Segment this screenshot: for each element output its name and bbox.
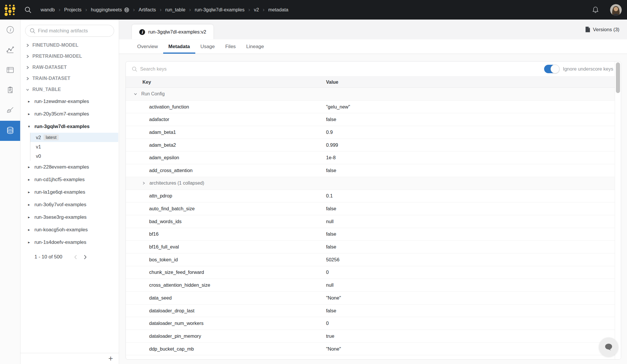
artifact-run-item[interactable]: ▸ run-3o6y7vof-examples bbox=[20, 198, 119, 211]
chat-support-button[interactable] bbox=[599, 337, 618, 357]
metadata-key: dataloader_pin_memory bbox=[126, 333, 326, 339]
section-label: architectures (1 collapsed) bbox=[149, 181, 204, 186]
artifact-run-item[interactable]: ▸ run-1zewdmar-examples bbox=[20, 95, 119, 108]
tab-lineage[interactable]: Lineage bbox=[241, 39, 269, 54]
scrollbar-track[interactable] bbox=[615, 62, 621, 359]
add-artifact-button[interactable]: + bbox=[108, 355, 113, 363]
nav-charts-item[interactable] bbox=[0, 40, 20, 60]
versions-button[interactable]: Versions (3) bbox=[585, 27, 619, 33]
user-avatar[interactable] bbox=[610, 4, 622, 16]
metadata-row: data_seed "None" bbox=[126, 292, 621, 304]
breadcrumb-artifacts[interactable]: Artifacts bbox=[139, 7, 156, 13]
metadata-row: adafactor false bbox=[126, 113, 621, 126]
metadata-row: adam_epsilon 1e-8 bbox=[126, 151, 621, 164]
document-icon bbox=[585, 27, 590, 33]
metadata-search-input[interactable] bbox=[140, 66, 315, 72]
artifact-run-item-selected[interactable]: ▾ run-3gqlw7dl-examples bbox=[20, 120, 119, 133]
artifact-run-item[interactable]: ▸ run-228evxem-examples bbox=[20, 161, 119, 173]
artifact-type-run-table[interactable]: RUN_TABLE bbox=[20, 84, 119, 95]
breadcrumb-metadata[interactable]: metadata bbox=[268, 7, 288, 13]
artifact-type-finetuned-model[interactable]: FINETUNED-MODEL bbox=[20, 40, 119, 51]
breadcrumb-artifact-type[interactable]: run_table bbox=[165, 7, 185, 13]
metadata-row: dataloader_drop_last false bbox=[126, 304, 621, 317]
artifact-run-item[interactable]: ▸ run-koacg5oh-examples bbox=[20, 223, 119, 236]
metadata-key: bf16 bbox=[126, 231, 326, 237]
nav-tables-item[interactable] bbox=[0, 60, 20, 80]
triangle-right-icon: ▸ bbox=[28, 190, 32, 194]
version-item-v1[interactable]: v1 bbox=[30, 142, 118, 151]
wandb-logo-icon[interactable] bbox=[3, 3, 17, 17]
breadcrumb-separator: › bbox=[59, 7, 60, 13]
metadata-value: null bbox=[326, 282, 334, 288]
chat-bubble-icon bbox=[603, 342, 614, 353]
versions-button-label: Versions (3) bbox=[593, 27, 619, 32]
version-label: v2 bbox=[36, 135, 41, 140]
breadcrumb-separator: › bbox=[160, 7, 161, 13]
ignore-underscore-toggle[interactable] bbox=[544, 65, 559, 73]
chevron-down-icon bbox=[26, 88, 29, 91]
nav-artifacts-item[interactable] bbox=[0, 121, 20, 141]
tab-usage[interactable]: Usage bbox=[195, 39, 220, 54]
artifact-run-item[interactable]: ▸ run-3sese3rg-examples bbox=[20, 211, 119, 223]
artifact-run-item[interactable]: ▸ run-cd1jhcf5-examples bbox=[20, 173, 119, 186]
metadata-row: activation_function "gelu_new" bbox=[126, 101, 621, 113]
metadata-content: Ignore underscore keys Key Value Run Con… bbox=[119, 54, 627, 364]
nav-sweeps-item[interactable] bbox=[0, 101, 20, 121]
breadcrumb-separator: › bbox=[133, 7, 135, 13]
breadcrumb-version[interactable]: v2 bbox=[254, 7, 259, 13]
breadcrumb-wandb[interactable]: wandb bbox=[41, 7, 55, 13]
tab-files[interactable]: Files bbox=[220, 39, 241, 54]
toggle-knob bbox=[551, 64, 560, 74]
artifact-run-item[interactable]: ▸ run-la1ge6qt-examples bbox=[20, 186, 119, 198]
version-item-v2[interactable]: v2 latest bbox=[30, 133, 118, 142]
artifact-search-input[interactable] bbox=[38, 28, 110, 34]
triangle-right-icon: ▸ bbox=[28, 99, 32, 104]
artifact-run-item[interactable]: ▸ run-20y35cm7-examples bbox=[20, 108, 119, 120]
metadata-row: cross_attention_hidden_size null bbox=[126, 279, 621, 292]
chevron-right-icon bbox=[26, 55, 29, 58]
metadata-card: Ignore underscore keys Key Value Run Con… bbox=[126, 61, 621, 360]
metadata-value: 0 bbox=[326, 321, 329, 326]
chevron-right-icon bbox=[26, 77, 29, 80]
metadata-section-row[interactable]: architectures (1 collapsed) bbox=[126, 177, 621, 190]
scrollbar-thumb[interactable] bbox=[616, 62, 620, 93]
nav-overview-item[interactable]: i bbox=[0, 20, 20, 40]
breadcrumb-projects[interactable]: Projects bbox=[64, 7, 82, 13]
notifications-bell-icon[interactable] bbox=[591, 6, 600, 14]
triangle-right-icon: ▸ bbox=[28, 112, 32, 116]
version-item-v0[interactable]: v0 bbox=[30, 151, 118, 161]
pagination-next-button[interactable] bbox=[83, 255, 88, 260]
sweeps-icon bbox=[6, 106, 15, 116]
pagination-range: 1 - 10 of 500 bbox=[34, 254, 73, 260]
metadata-key: activation_function bbox=[126, 104, 326, 110]
runs-pagination: 1 - 10 of 500 bbox=[20, 253, 119, 261]
search-icon[interactable] bbox=[24, 6, 32, 14]
metadata-value: false bbox=[326, 308, 336, 314]
metadata-key: bad_words_ids bbox=[126, 219, 326, 224]
metadata-value: 50256 bbox=[326, 257, 339, 262]
artifact-search-box bbox=[25, 25, 114, 37]
artifact-run-item[interactable]: ▸ run-1s4doefv-examples bbox=[20, 236, 119, 249]
artifact-tab-strip: i run-3gqlw7dl-examples:v2 Versions (3) bbox=[119, 20, 627, 39]
triangle-right-icon: ▸ bbox=[28, 165, 32, 169]
breadcrumb-project-name[interactable]: huggingtweets bbox=[91, 7, 122, 13]
artifact-version-tab[interactable]: i run-3gqlw7dl-examples:v2 bbox=[132, 24, 213, 39]
breadcrumb-artifact-name[interactable]: run-3gqlw7dl-examples bbox=[195, 7, 245, 13]
run-label: run-3o6y7vof-examples bbox=[34, 202, 86, 208]
metadata-row: bad_words_ids null bbox=[126, 215, 621, 228]
artifact-type-train-dataset[interactable]: TRAIN-DATASET bbox=[20, 73, 119, 84]
tab-metadata[interactable]: Metadata bbox=[163, 39, 195, 54]
metadata-row: adam_beta1 0.9 bbox=[126, 126, 621, 139]
metadata-value: "None" bbox=[326, 295, 341, 301]
metadata-value: true bbox=[326, 333, 334, 339]
pagination-prev-button[interactable] bbox=[73, 255, 78, 260]
nav-reports-item[interactable] bbox=[0, 80, 20, 101]
tab-overview[interactable]: Overview bbox=[132, 39, 163, 54]
artifact-type-raw-dataset[interactable]: RAW-DATASET bbox=[20, 62, 119, 73]
artifact-type-pretrained-model[interactable]: PRETRAINED-MODEL bbox=[20, 51, 119, 62]
metadata-value: 0.9 bbox=[326, 130, 333, 135]
metadata-key: dataloader_num_workers bbox=[126, 321, 326, 326]
metadata-key: adam_epsilon bbox=[126, 155, 326, 160]
toggle-label: Ignore underscore keys bbox=[563, 66, 613, 72]
metadata-section-row[interactable]: Run Config bbox=[126, 88, 621, 101]
